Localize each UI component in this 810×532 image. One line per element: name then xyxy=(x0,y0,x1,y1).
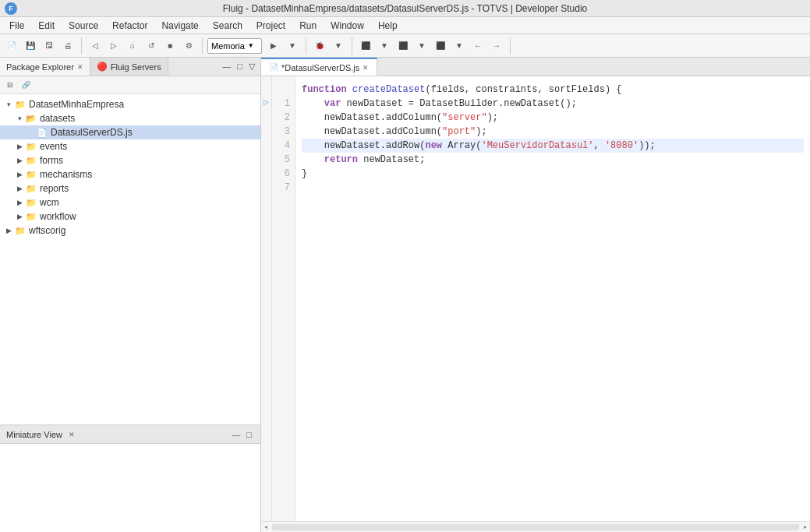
tree-collapse-btn[interactable]: ⊟ xyxy=(3,78,17,92)
tree-arrow-DatasetMinhaEmpresa: ▾ xyxy=(3,100,14,108)
toolbar-stop-btn[interactable]: ■ xyxy=(161,37,179,55)
toolbar-ext4-arrow-btn[interactable]: ▼ xyxy=(451,37,468,55)
toolbar-group-file: 📄 💾 🖫 🖨 xyxy=(3,37,82,55)
menu-file[interactable]: File xyxy=(3,19,30,33)
tree-label-datasets: datasets xyxy=(40,113,75,124)
tree-link-btn[interactable]: 🔗 xyxy=(19,78,33,92)
menu-refactor[interactable]: Refactor xyxy=(106,19,154,33)
editor-tab-bar: 📄 *DatasulServerDS.js ✕ xyxy=(261,58,810,76)
menu-edit[interactable]: Edit xyxy=(32,19,61,33)
toolbar-ext5-btn[interactable]: ← xyxy=(469,37,486,55)
tree-item-workflow[interactable]: ▶ 📁 workflow xyxy=(0,210,260,224)
code-gutter-markers: ▷ xyxy=(261,76,272,521)
toolbar-run-btn[interactable]: ▶ xyxy=(265,37,282,55)
folder-icon-forms: 📁 xyxy=(25,154,37,167)
code-line-6: return newDataset; xyxy=(302,153,804,167)
maximize-btn[interactable]: □ xyxy=(235,61,245,72)
menu-search[interactable]: Search xyxy=(207,19,249,33)
toolbar-home-btn[interactable]: ⌂ xyxy=(124,37,141,55)
toolbar-group-nav: ◁ ▷ ⌂ ↺ ■ ⚙ xyxy=(87,37,203,55)
menu-source[interactable]: Source xyxy=(62,19,104,33)
menu-navigate[interactable]: Navigate xyxy=(155,19,204,33)
tree-item-mechanisms[interactable]: ▶ 📁 mechanisms xyxy=(0,167,260,181)
horizontal-scrollbar[interactable] xyxy=(272,524,799,530)
toolbar-ext6-btn[interactable]: → xyxy=(488,37,505,55)
tree-arrow-forms: ▶ xyxy=(14,157,25,164)
menu-help[interactable]: Help xyxy=(372,19,404,33)
toolbar-debug-btn[interactable]: 🐞 xyxy=(311,37,328,55)
toolbar-save-all-btn[interactable]: 🖫 xyxy=(41,37,58,55)
menu-window[interactable]: Window xyxy=(324,19,370,33)
tab-package-explorer[interactable]: Package Explorer ✕ xyxy=(0,58,90,76)
tree-controls: ⊟ 🔗 xyxy=(0,76,260,94)
menu-project[interactable]: Project xyxy=(250,19,292,33)
toolbar-ext4-btn[interactable]: ⬛ xyxy=(432,37,449,55)
toolbar-refresh-btn[interactable]: ↺ xyxy=(143,37,160,55)
line-numbers: 0 1 2 3 4 5 6 7 xyxy=(272,76,295,521)
menu-run[interactable]: Run xyxy=(293,19,323,33)
toolbar-ext1-btn[interactable]: ⬛ xyxy=(357,37,374,55)
editor-panel: 📄 *DatasulServerDS.js ✕ ▷ 0 1 2 3 4 5 6 xyxy=(261,58,810,532)
scroll-right-btn[interactable]: ▸ xyxy=(801,523,810,530)
code-line-1: function createDataset(fields, constrain… xyxy=(302,83,804,97)
tree-item-DatasetMinhaEmpresa[interactable]: ▾ 📁 DatasetMinhaEmpresa xyxy=(0,97,260,111)
toolbar-props-btn[interactable]: ⚙ xyxy=(180,37,197,55)
toolbar-next-btn[interactable]: ▷ xyxy=(105,37,122,55)
tree-label-reports: reports xyxy=(40,183,69,194)
scroll-left-btn[interactable]: ◂ xyxy=(261,523,271,530)
folder-icon-wcm: 📁 xyxy=(25,196,37,209)
editor-tab-label: *DatasulServerDS.js xyxy=(281,63,359,72)
toolbar-prev-btn[interactable]: ◁ xyxy=(87,37,104,55)
code-line-3: newDataset.addColumn("server"); xyxy=(302,111,804,125)
mini-tab[interactable]: Miniature View ✕ xyxy=(6,430,75,439)
editor-tab-close-icon[interactable]: ✕ xyxy=(363,64,369,72)
tree-arrow-wcm: ▶ xyxy=(14,199,25,206)
menu-bar: File Edit Source Refactor Navigate Searc… xyxy=(0,17,810,34)
mini-minimize-btn[interactable]: — xyxy=(229,429,242,440)
tab-fluig-servers[interactable]: 🔴 Fluig Servers xyxy=(90,58,168,76)
code-line-4: newDataset.addColumn("port"); xyxy=(302,125,804,139)
file-icon-DatasulServerDS: 📄 xyxy=(36,126,48,139)
toolbar-ext3-arrow-btn[interactable]: ▼ xyxy=(413,37,430,55)
project-icon-wftscorig: 📁 xyxy=(14,224,27,237)
code-line-2: var newDataset = DatasetBuilder.newDatas… xyxy=(302,97,804,111)
tree-item-DatasulServerDS[interactable]: 📄 DatasulServerDS.js xyxy=(0,125,260,139)
folder-icon-datasets: 📂 xyxy=(25,112,37,125)
toolbar-ext3-btn[interactable]: ⬛ xyxy=(394,37,412,55)
pkg-tab-close-icon[interactable]: ✕ xyxy=(77,63,83,71)
toolbar-ext2-arrow-btn[interactable]: ▼ xyxy=(376,37,393,55)
toolbar-new-btn[interactable]: 📄 xyxy=(3,37,20,55)
pkg-tab-bar: Package Explorer ✕ 🔴 Fluig Servers — □ ▽ xyxy=(0,58,260,76)
mini-tab-bar: Miniature View ✕ — □ xyxy=(0,425,260,444)
tree-item-wcm[interactable]: ▶ 📁 wcm xyxy=(0,196,260,210)
tree-item-forms[interactable]: ▶ 📁 forms xyxy=(0,153,260,167)
folder-icon-reports: 📁 xyxy=(25,182,37,195)
tree-item-wftscorig[interactable]: ▶ 📁 wftscorig xyxy=(0,224,260,238)
title-bar: F Fluig - DatasetMinhaEmpresa/datasets/D… xyxy=(0,0,810,17)
folder-icon-mechanisms: 📁 xyxy=(25,168,37,181)
tree-arrow-datasets: ▾ xyxy=(14,115,25,122)
tree-arrow-events: ▶ xyxy=(14,143,25,150)
toolbar-debug-arrow-btn[interactable]: ▼ xyxy=(330,37,347,55)
tree-item-events[interactable]: ▶ 📁 events xyxy=(0,139,260,153)
code-area[interactable]: ▷ 0 1 2 3 4 5 6 7 function createDataset… xyxy=(261,76,810,521)
tree-item-datasets[interactable]: ▾ 📂 datasets xyxy=(0,111,260,125)
mini-tab-close-icon[interactable]: ✕ xyxy=(69,431,75,439)
toolbar-save-btn[interactable]: 💾 xyxy=(22,37,39,55)
toolbar-group-debug: 🐞 ▼ xyxy=(311,37,352,55)
toolbar-run-arrow-btn[interactable]: ▼ xyxy=(284,37,301,55)
code-line-7: } xyxy=(302,167,804,181)
code-editor[interactable]: function createDataset(fields, constrain… xyxy=(295,76,810,521)
editor-tab-DatasulServerDS[interactable]: 📄 *DatasulServerDS.js ✕ xyxy=(261,58,377,76)
toolbar-memoria-combo[interactable]: Memoria ▼ xyxy=(207,38,262,54)
minimize-btn[interactable]: — xyxy=(220,61,233,72)
file-tree: ▾ 📁 DatasetMinhaEmpresa ▾ 📂 datasets 📄 D xyxy=(0,94,260,425)
expand-btn[interactable]: ▽ xyxy=(246,61,257,72)
folder-icon-workflow: 📁 xyxy=(25,210,37,223)
tree-label-mechanisms: mechanisms xyxy=(40,169,92,180)
tree-label-DatasulServerDS: DatasulServerDS.js xyxy=(51,127,133,138)
toolbar-print-btn[interactable]: 🖨 xyxy=(59,37,76,55)
miniature-view: Miniature View ✕ — □ xyxy=(0,425,260,532)
tree-item-reports[interactable]: ▶ 📁 reports xyxy=(0,181,260,196)
mini-maximize-btn[interactable]: □ xyxy=(244,429,254,440)
